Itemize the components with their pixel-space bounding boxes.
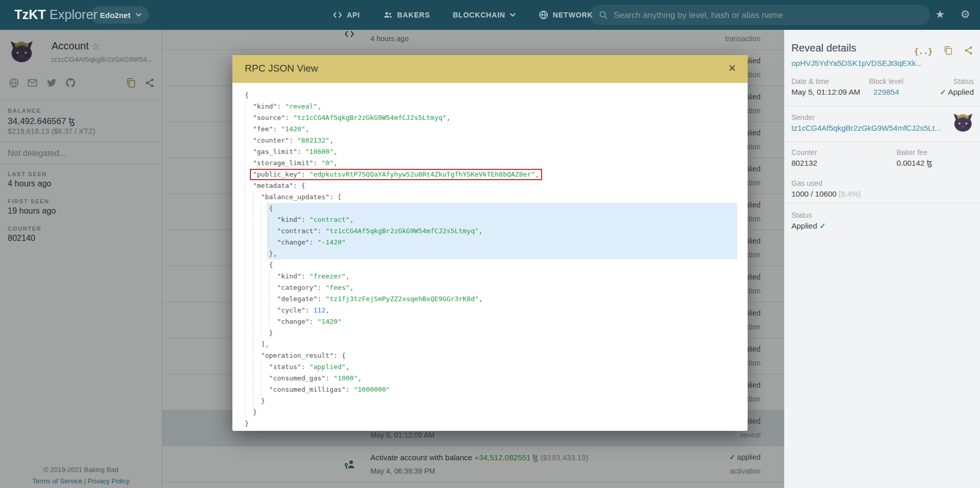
highlighted-public-key-box: "public_key": "edpkutsvRtP75QQaYAfyhyw52… bbox=[250, 169, 543, 180]
json-code-line: "kind": "freezer", bbox=[245, 271, 748, 282]
check-icon: ✓ bbox=[819, 221, 826, 230]
json-code-line: "balance_updates": [ bbox=[245, 191, 748, 203]
indent-guide bbox=[253, 259, 261, 271]
indent-guide bbox=[269, 214, 277, 225]
indent-guide bbox=[253, 248, 261, 259]
indent-guide bbox=[253, 305, 261, 316]
indent-guide bbox=[253, 293, 261, 305]
indent-guide bbox=[269, 282, 277, 293]
indent-guide bbox=[253, 271, 261, 282]
indent-guide bbox=[261, 293, 269, 305]
nav-item-bakers[interactable]: BAKERS bbox=[383, 10, 430, 20]
panel-title: Reveal details bbox=[791, 42, 856, 54]
gas-percent: [9.4%] bbox=[839, 189, 861, 198]
indent-guide bbox=[261, 327, 269, 339]
json-code-line: "kind": "reveal", bbox=[245, 101, 748, 112]
nav-item-api[interactable]: API bbox=[332, 10, 360, 20]
indent-guide bbox=[245, 350, 253, 361]
json-code-line: "category": "fees", bbox=[245, 282, 748, 293]
status2-value: Applied ✓ bbox=[791, 221, 826, 231]
share-icon[interactable] bbox=[964, 45, 974, 58]
indent-guide bbox=[269, 305, 277, 316]
json-code-line: "public_key": "edpkutsvRtP75QQaYAfyhyw52… bbox=[245, 169, 748, 180]
counter-value: 802132 bbox=[791, 159, 817, 167]
chevron-down-icon bbox=[136, 13, 142, 17]
copy-icon[interactable] bbox=[943, 45, 953, 58]
status-value: ✓ Applied bbox=[940, 88, 974, 97]
globe-icon bbox=[538, 10, 549, 20]
indent-guide bbox=[269, 293, 277, 305]
indent-guide bbox=[245, 124, 253, 135]
indent-guide bbox=[269, 271, 277, 282]
indent-guide bbox=[261, 305, 269, 316]
settings-gear-icon[interactable]: ⚙ bbox=[960, 9, 970, 20]
indent-guide bbox=[253, 373, 261, 384]
sender-address-link[interactable]: tz1cCG4Af5qkgBr2zGkG9W54mfCJ2s5Lt... bbox=[791, 124, 941, 132]
block-level-link[interactable]: 229854 bbox=[858, 88, 915, 96]
brand-logo[interactable]: TzKT Explorer bbox=[14, 7, 97, 22]
counter-label: Counter bbox=[791, 148, 817, 156]
json-code-line: "source": "tz1cCG4Af5qkgBr2zGkG9W54mfCJ2… bbox=[245, 112, 748, 124]
nav-item-blockchain[interactable]: BLOCKCHAIN bbox=[453, 11, 516, 19]
json-code-line: } bbox=[245, 418, 748, 429]
json-code-line: "delegate": "tz1fj3tzFejSmPyZZ2xsqehBxQE… bbox=[245, 293, 748, 305]
modal-title: RPC JSON View bbox=[245, 63, 318, 74]
nav-item-label: BAKERS bbox=[397, 11, 430, 19]
chevron-down-icon bbox=[510, 13, 516, 17]
json-code-line: } bbox=[245, 395, 748, 407]
block-level-label: Block level bbox=[858, 77, 915, 85]
indent-guide bbox=[261, 373, 269, 384]
json-code-line: "fee": "1420", bbox=[245, 124, 748, 135]
nav-item-label: NETWORK bbox=[553, 11, 593, 19]
nav-item-label: BLOCKCHAIN bbox=[453, 11, 505, 19]
indent-guide bbox=[245, 225, 253, 237]
indent-guide bbox=[245, 395, 253, 407]
json-code-line: "contract": "tz1cCG4Af5qkgBr2zGkG9W54mfC… bbox=[245, 225, 748, 237]
json-code-block: {"kind": "reveal","source": "tz1cCG4Af5q… bbox=[245, 90, 748, 429]
baker-fee-value: 0.00142 ꜩ bbox=[897, 159, 932, 168]
close-icon[interactable]: ✕ bbox=[728, 62, 736, 74]
indent-guide bbox=[245, 373, 253, 384]
indent-guide bbox=[261, 271, 269, 282]
search-bar[interactable] bbox=[590, 5, 930, 25]
indent-guide bbox=[261, 259, 269, 271]
modal-header: RPC JSON View ✕ bbox=[232, 55, 748, 83]
nav-item-network[interactable]: NETWORK bbox=[538, 10, 593, 20]
indent-guide bbox=[245, 158, 253, 169]
network-selector-label: Edo2net bbox=[100, 11, 130, 20]
indent-guide bbox=[261, 203, 269, 214]
divider bbox=[784, 106, 980, 106]
reveal-details-panel: Reveal details opHVJ5YdYa5DSK1pVDSEJt3qE… bbox=[784, 30, 980, 488]
divider bbox=[784, 203, 980, 203]
status-label: Status bbox=[953, 77, 974, 85]
indent-guide bbox=[261, 248, 269, 259]
json-code-line: }, bbox=[245, 248, 748, 259]
json-code-line: } bbox=[245, 327, 748, 339]
indent-guide bbox=[245, 135, 253, 146]
indent-guide bbox=[261, 384, 269, 395]
json-code-line: "storage_limit": "0", bbox=[245, 158, 748, 169]
json-code-line: "counter": "802132", bbox=[245, 135, 748, 146]
indent-guide bbox=[245, 384, 253, 395]
json-code-line: "consumed_milligas": "1000000" bbox=[245, 384, 748, 395]
json-code-line: { bbox=[245, 90, 748, 101]
network-selector[interactable]: Edo2net bbox=[91, 6, 149, 24]
indent-guide bbox=[253, 282, 261, 293]
indent-guide bbox=[253, 225, 261, 237]
indent-guide bbox=[245, 180, 253, 191]
indent-guide bbox=[245, 282, 253, 293]
operation-hash-link[interactable]: opHVJ5YdYa5DSK1pVDSEJt3qEXk... bbox=[791, 59, 922, 67]
search-input[interactable] bbox=[614, 10, 922, 20]
indent-guide bbox=[245, 112, 253, 124]
search-icon bbox=[598, 10, 609, 20]
indent-guide bbox=[245, 248, 253, 259]
indent-guide bbox=[245, 214, 253, 225]
favorites-star-icon[interactable]: ★ bbox=[935, 9, 945, 20]
indent-guide bbox=[253, 191, 261, 203]
json-code-line: "gas_limit": "10600", bbox=[245, 146, 748, 158]
indent-guide bbox=[269, 237, 277, 248]
indent-guide bbox=[261, 282, 269, 293]
raw-json-icon[interactable]: {..} bbox=[914, 47, 933, 56]
indent-guide bbox=[253, 214, 261, 225]
indent-guide bbox=[245, 293, 253, 305]
